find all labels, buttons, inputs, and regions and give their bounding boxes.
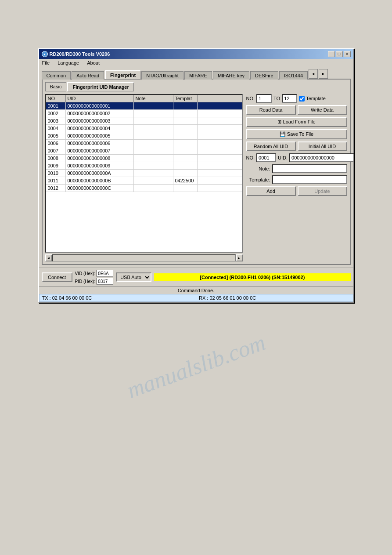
menu-about[interactable]: About bbox=[86, 60, 101, 66]
vid-label: VID (Hex): bbox=[75, 271, 96, 276]
detail-no-input[interactable] bbox=[256, 153, 276, 162]
tab-mifare[interactable]: MIFARE bbox=[184, 71, 212, 80]
tab-fingerprint[interactable]: Fingerprint bbox=[105, 70, 140, 79]
connection-status: [Connected] (RD300-FH1 0206) (SN:1514900… bbox=[154, 273, 350, 281]
row-no: 0001 bbox=[46, 102, 66, 109]
write-data-button[interactable]: Write Data bbox=[298, 105, 347, 115]
main-content: NO UID Note Templat 0001 000000000000000… bbox=[45, 94, 347, 261]
tab-prev-button[interactable]: ◄ bbox=[309, 69, 318, 79]
status-text: Command Done. bbox=[178, 288, 214, 293]
template-row: Template: bbox=[246, 175, 347, 184]
table-row[interactable]: 0004 0000000000000004 bbox=[46, 125, 242, 132]
table-row[interactable]: 0011 000000000000000B 0422500 bbox=[46, 177, 242, 185]
sub-tab-basic[interactable]: Basic bbox=[45, 82, 67, 91]
detail-no-label: NO: bbox=[246, 155, 255, 160]
right-panel: NO: TO Template Read Data bbox=[246, 94, 347, 261]
menu-language[interactable]: Language bbox=[56, 60, 80, 66]
table-row[interactable]: 0006 0000000000000006 bbox=[46, 140, 242, 147]
to-label: TO bbox=[273, 96, 280, 101]
random-initial-row: Random All UID Initial All UID bbox=[246, 141, 347, 151]
uid-table: NO UID Note Templat 0001 000000000000000… bbox=[45, 94, 243, 253]
menu-file[interactable]: File bbox=[41, 60, 51, 66]
tab-common[interactable]: Common bbox=[42, 71, 71, 80]
note-input[interactable] bbox=[272, 164, 347, 173]
table-header: NO UID Note Templat bbox=[46, 95, 242, 102]
detail-uid-label: UID: bbox=[278, 155, 288, 160]
initial-all-uid-button[interactable]: Initial All UID bbox=[298, 141, 347, 151]
load-icon: ⊞ bbox=[277, 119, 281, 124]
vid-pid-group: VID (Hex): PID (Hex): bbox=[75, 270, 114, 285]
pid-input[interactable] bbox=[97, 278, 113, 285]
read-write-row: Read Data Write Data bbox=[246, 105, 347, 115]
connect-button[interactable]: Connect bbox=[42, 272, 72, 282]
table-row[interactable]: 0005 0000000000000005 bbox=[46, 132, 242, 140]
no-input[interactable] bbox=[256, 94, 272, 103]
detail-no-uid-row: NO: UID: bbox=[246, 153, 347, 162]
vid-row: VID (Hex): bbox=[75, 270, 114, 277]
table-row[interactable]: 0007 0000000000000007 bbox=[46, 147, 242, 155]
maximize-button[interactable]: □ bbox=[336, 51, 343, 57]
no-to-row: NO: TO Template bbox=[246, 94, 347, 103]
tab-desfire[interactable]: DESFire bbox=[250, 71, 278, 80]
col-template: Templat bbox=[173, 95, 198, 102]
add-button[interactable]: Add bbox=[246, 186, 296, 196]
connection-mode-dropdown[interactable]: USB Auto COM1 COM2 COM3 bbox=[116, 272, 151, 282]
load-form-file-label: Load Form File bbox=[283, 119, 316, 124]
col-uid: UID bbox=[66, 95, 134, 102]
save-to-file-label: Save To File bbox=[287, 131, 313, 137]
minimize-button[interactable]: _ bbox=[328, 51, 335, 57]
row-uid: 0000000000000001 bbox=[66, 102, 134, 109]
tab-autoread[interactable]: Auto Read bbox=[72, 71, 104, 80]
main-window: ● RD200/RD300 Tools V0206 _ □ × File Lan… bbox=[38, 48, 354, 303]
template-input[interactable] bbox=[272, 175, 347, 184]
window-title: RD200/RD300 Tools V0206 bbox=[50, 51, 110, 57]
note-row: Note: bbox=[246, 164, 347, 173]
detail-uid-input[interactable] bbox=[289, 153, 354, 162]
vid-input[interactable] bbox=[97, 270, 113, 277]
template-checkbox[interactable] bbox=[299, 96, 305, 102]
col-note: Note bbox=[134, 95, 173, 102]
tab-content: Basic Fingerprint UID Manager NO UID Not… bbox=[42, 79, 351, 265]
table-scroll[interactable]: 0001 0000000000000001 0002 0000000000000… bbox=[46, 102, 242, 252]
table-row[interactable]: 0012 000000000000000C bbox=[46, 185, 242, 192]
app-icon: ● bbox=[42, 51, 48, 57]
load-form-file-button[interactable]: ⊞ Load Form File bbox=[246, 117, 347, 127]
tab-ntag[interactable]: NTAG/Ultraight bbox=[141, 71, 183, 80]
status-bar: Command Done. bbox=[39, 287, 353, 294]
connect-bar: Connect VID (Hex): PID (Hex): USB Auto C… bbox=[39, 268, 353, 287]
random-all-uid-button[interactable]: Random All UID bbox=[246, 141, 296, 151]
note-label: Note: bbox=[246, 166, 270, 171]
pid-row: PID (Hex): bbox=[75, 278, 114, 285]
horizontal-scrollbar[interactable]: ◄ ► bbox=[45, 254, 243, 261]
pid-label: PID (Hex): bbox=[75, 279, 96, 284]
read-data-button[interactable]: Read Data bbox=[246, 105, 296, 115]
scroll-track[interactable] bbox=[52, 254, 236, 261]
row-template bbox=[173, 102, 198, 109]
tabs-row: Common Auto Read Fingerprint NTAG/Ultrai… bbox=[39, 67, 353, 79]
col-no: NO bbox=[46, 95, 66, 102]
title-bar: ● RD200/RD300 Tools V0206 _ □ × bbox=[39, 49, 353, 59]
table-row[interactable]: 0010 000000000000000A bbox=[46, 170, 242, 177]
tx-display: TX : 02 04 66 00 00 0C bbox=[39, 294, 197, 302]
update-button[interactable]: Update bbox=[298, 186, 347, 196]
tab-iso1444[interactable]: ISO1444 bbox=[279, 71, 308, 80]
table-row[interactable]: 0002 0000000000000002 bbox=[46, 110, 242, 117]
scroll-left-button[interactable]: ◄ bbox=[45, 254, 52, 261]
tab-next-button[interactable]: ► bbox=[319, 69, 328, 79]
save-icon: 💾 bbox=[280, 131, 286, 137]
table-row[interactable]: 0009 0000000000000009 bbox=[46, 162, 242, 170]
sub-tab-fingerprint-uid-manager[interactable]: Fingerprint UID Manager bbox=[67, 82, 133, 91]
row-note bbox=[134, 102, 173, 109]
table-row[interactable]: 0001 0000000000000001 bbox=[46, 102, 242, 110]
close-button[interactable]: × bbox=[344, 51, 351, 57]
scroll-right-button[interactable]: ► bbox=[236, 254, 243, 261]
table-row[interactable]: 0003 0000000000000003 bbox=[46, 117, 242, 125]
tab-mifarekey[interactable]: MIFARE key bbox=[213, 71, 249, 80]
table-row[interactable]: 0008 0000000000000008 bbox=[46, 155, 242, 162]
save-to-file-button[interactable]: 💾 Save To File bbox=[246, 129, 347, 139]
tx-rx-bar: TX : 02 04 66 00 00 0C RX : 02 05 66 01 … bbox=[39, 294, 353, 302]
template-checkbox-label[interactable]: Template bbox=[299, 96, 326, 102]
window-controls: _ □ × bbox=[328, 51, 351, 57]
to-input[interactable] bbox=[282, 94, 297, 103]
table-panel: NO UID Note Templat 0001 000000000000000… bbox=[45, 94, 243, 261]
